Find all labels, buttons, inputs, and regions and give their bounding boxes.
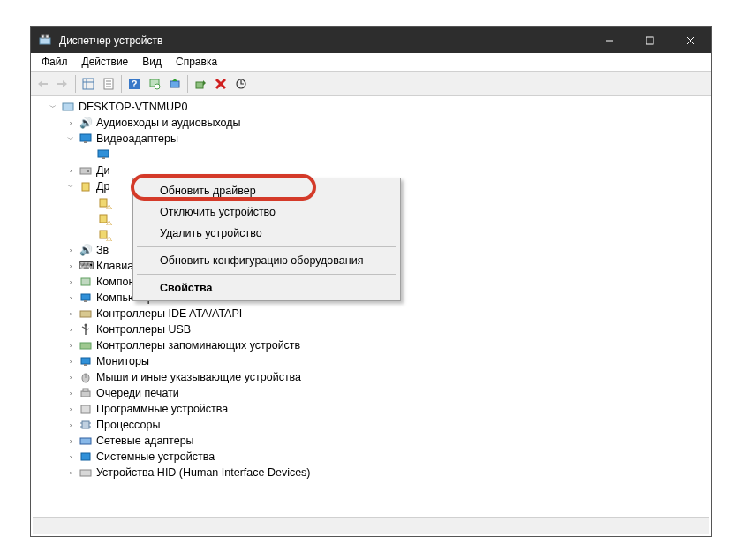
- cpu-icon: [79, 418, 93, 432]
- tree-node[interactable]: ﹀Видеоадаптеры: [33, 131, 709, 147]
- minimize-button[interactable]: [589, 27, 630, 53]
- maximize-button[interactable]: [630, 27, 670, 53]
- properties-button[interactable]: [99, 74, 118, 94]
- tree-node-label: Программные устройства: [96, 403, 228, 415]
- scan-button[interactable]: [145, 74, 164, 94]
- tree-node[interactable]: ›Ди: [33, 163, 709, 178]
- tree-node-label: Ди: [96, 164, 109, 177]
- tree-node[interactable]: ›Устройства HID (Human Interface Devices…: [33, 465, 709, 481]
- forward-button[interactable]: [53, 74, 72, 94]
- help-button[interactable]: ?: [125, 74, 144, 94]
- usb-icon: [79, 322, 93, 337]
- svg-rect-47: [81, 391, 90, 397]
- svg-rect-26: [80, 134, 91, 141]
- tree-node[interactable]: ›Мыши и иные указывающие устройства: [33, 369, 709, 385]
- unknown-device-icon: [96, 227, 110, 241]
- svg-rect-0: [40, 38, 50, 44]
- svg-rect-30: [80, 168, 91, 174]
- sound-icon: 🔊: [79, 243, 93, 257]
- expand-icon[interactable]: ›: [64, 403, 77, 415]
- tree-node-label: DESKTOP-VTNMUP0: [79, 101, 187, 113]
- expand-icon[interactable]: ›: [64, 117, 77, 129]
- expand-icon[interactable]: ›: [64, 371, 77, 383]
- tree-node[interactable]: ›Программные устройства: [33, 401, 709, 417]
- context-properties[interactable]: Свойства: [135, 277, 398, 299]
- tree-node[interactable]: ›Мониторы: [33, 353, 709, 369]
- toolbar-separator: [187, 75, 188, 93]
- expand-icon[interactable]: ›: [64, 339, 77, 352]
- tree-node-label: Аудиовходы и аудиовыходы: [96, 117, 240, 129]
- expand-icon[interactable]: ›: [64, 276, 77, 288]
- svg-rect-25: [63, 103, 73, 110]
- expand-icon[interactable]: ›: [64, 260, 77, 272]
- menu-file[interactable]: Файл: [34, 54, 75, 70]
- svg-rect-37: [81, 294, 90, 300]
- svg-text:?: ?: [132, 79, 138, 89]
- tree-node[interactable]: ›Контроллеры запоминающих устройств: [33, 337, 709, 353]
- enable-button[interactable]: [191, 74, 210, 94]
- close-button[interactable]: [670, 27, 711, 53]
- display-adapter-icon: [96, 148, 110, 162]
- collapse-icon[interactable]: ﹀: [64, 132, 77, 145]
- window-title: Диспетчер устройств: [59, 34, 162, 47]
- collapse-icon[interactable]: ﹀: [47, 101, 59, 113]
- tree-node[interactable]: ›Контроллеры IDE ATA/ATAPI: [33, 306, 709, 322]
- svg-rect-1: [42, 35, 44, 38]
- display-adapter-icon: [79, 132, 93, 146]
- tree-node[interactable]: ›Контроллеры USB: [33, 322, 709, 337]
- expand-icon[interactable]: ›: [64, 323, 77, 336]
- collapse-icon[interactable]: ﹀: [64, 180, 77, 193]
- expand-icon[interactable]: ›: [64, 244, 77, 256]
- expand-icon[interactable]: ›: [64, 291, 77, 304]
- expand-icon[interactable]: ›: [64, 387, 77, 399]
- svg-rect-57: [80, 470, 91, 476]
- tree-node[interactable]: [33, 147, 709, 163]
- refresh-button[interactable]: [231, 74, 251, 94]
- tree-node[interactable]: ›Сетевые адаптеры: [33, 433, 709, 449]
- uninstall-button[interactable]: [211, 74, 230, 94]
- printer-icon: [79, 386, 93, 400]
- titlebar: Диспетчер устройств: [31, 27, 711, 53]
- svg-rect-56: [81, 453, 90, 460]
- storage-icon: [79, 338, 93, 352]
- svg-rect-36: [81, 278, 90, 285]
- tree-node-label: Мониторы: [96, 355, 149, 367]
- tree-node[interactable]: ›Процессоры: [33, 417, 709, 433]
- menu-view[interactable]: Вид: [135, 54, 169, 70]
- context-disable-device[interactable]: Отключить устройство: [135, 201, 398, 223]
- expand-icon[interactable]: ›: [64, 307, 77, 320]
- expand-icon[interactable]: ›: [64, 450, 77, 463]
- device-tree[interactable]: ﹀ DESKTOP-VTNMUP0 ›🔊Аудиовходы и аудиовы…: [33, 97, 709, 515]
- show-hidden-button[interactable]: [79, 74, 98, 94]
- expand-icon[interactable]: ›: [64, 355, 77, 367]
- menubar: Файл Действие Вид Справка: [31, 53, 711, 72]
- update-driver-button[interactable]: [165, 74, 185, 94]
- expand-icon[interactable]: ›: [64, 435, 77, 447]
- tree-node[interactable]: ›🔊Аудиовходы и аудиовыходы: [33, 115, 709, 131]
- tree-node-label: Контроллеры запоминающих устройств: [96, 339, 300, 352]
- context-menu: Обновить драйвер Отключить устройство Уд…: [132, 178, 401, 301]
- expand-icon[interactable]: ›: [64, 466, 77, 479]
- software-device-icon: [79, 402, 93, 416]
- monitor-icon: [79, 354, 93, 368]
- menu-action[interactable]: Действие: [75, 54, 136, 70]
- computer-icon: [61, 100, 75, 114]
- context-scan-hardware[interactable]: Обновить конфигурацию оборудования: [135, 250, 398, 271]
- svg-rect-4: [646, 37, 653, 44]
- tree-node[interactable]: ›Системные устройства: [33, 449, 709, 465]
- expand-icon[interactable]: ›: [64, 164, 77, 177]
- tree-node-label: Зв: [96, 244, 109, 256]
- expand-icon[interactable]: ›: [64, 419, 77, 431]
- context-update-driver[interactable]: Обновить драйвер: [135, 180, 398, 201]
- unknown-device-icon: [96, 211, 110, 225]
- svg-rect-38: [84, 300, 87, 302]
- context-remove-device[interactable]: Удалить устройство: [135, 223, 398, 244]
- tree-node[interactable]: ›Очереди печати: [33, 385, 709, 401]
- tree-root[interactable]: ﹀ DESKTOP-VTNMUP0: [33, 99, 709, 115]
- audio-icon: 🔊: [79, 116, 93, 130]
- svg-rect-49: [81, 405, 90, 413]
- tree-node-label: Контроллеры IDE ATA/ATAPI: [96, 307, 242, 320]
- menu-help[interactable]: Справка: [169, 54, 224, 70]
- back-button[interactable]: [33, 74, 52, 94]
- unknown-device-icon: [96, 195, 110, 209]
